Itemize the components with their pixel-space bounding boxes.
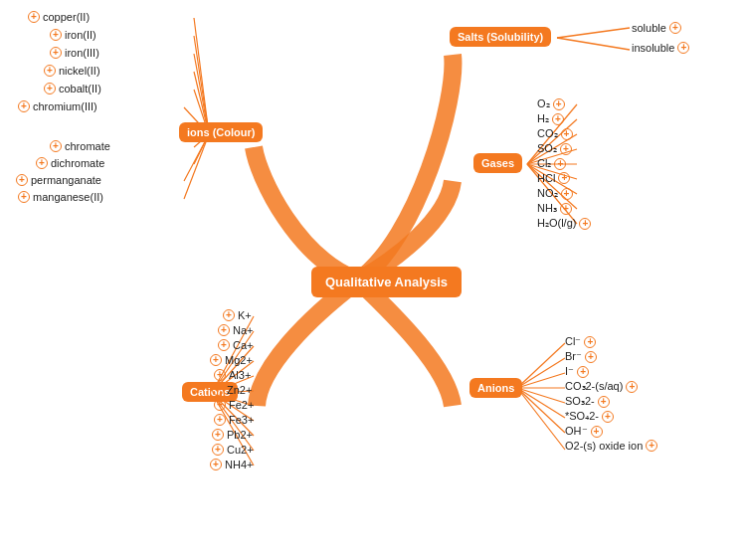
expand-icon[interactable]: + [558, 172, 570, 184]
leaf-label: permanganate [31, 174, 101, 186]
leaf-label: copper(II) [43, 11, 90, 23]
leaf-label: nickel(II) [59, 65, 100, 77]
leaf-label: SO₃2- [565, 395, 595, 408]
leaf-h2o: H₂O(l/g) + [537, 217, 591, 230]
leaf-label: iron(III) [65, 47, 99, 59]
expand-icon[interactable]: + [18, 191, 30, 203]
expand-icon[interactable]: + [585, 351, 597, 363]
expand-icon[interactable]: + [591, 426, 603, 438]
expand-icon[interactable]: + [560, 143, 572, 155]
expand-icon[interactable]: + [212, 444, 224, 456]
leaf-label: Br⁻ [565, 350, 582, 363]
expand-icon[interactable]: + [210, 459, 222, 470]
leaf-label: chromium(III) [33, 100, 97, 112]
leaf-fe2+: Fe2+ + [214, 399, 254, 411]
leaf-label: SO₂ [537, 142, 557, 155]
leaf-chromium3: chromium(III) + [18, 100, 97, 112]
expand-icon[interactable]: + [579, 218, 591, 230]
expand-icon[interactable]: + [16, 174, 28, 186]
expand-icon[interactable]: + [554, 158, 566, 170]
leaf-pb2+: Pb2+ + [212, 429, 253, 441]
leaf-label: Zn2+ [227, 384, 252, 396]
leaf-cl-: Cl⁻ + [565, 335, 596, 348]
svg-line-28 [184, 134, 209, 199]
expand-icon[interactable]: + [626, 381, 638, 393]
expand-icon[interactable]: + [50, 29, 62, 41]
leaf-label: Cl⁻ [565, 335, 581, 348]
expand-icon[interactable]: + [212, 429, 224, 441]
branch-anions[interactable]: Anions [469, 378, 522, 398]
leaf-co2: CO₂ + [537, 127, 573, 140]
expand-icon[interactable]: + [553, 98, 565, 110]
leaf-iron3: iron(III) + [50, 47, 99, 59]
leaf-dichromate: dichromate + [36, 157, 104, 169]
expand-icon[interactable]: + [50, 140, 62, 152]
expand-icon[interactable]: + [577, 366, 589, 378]
leaf-label: H₂ [537, 112, 549, 125]
leaf-soluble: soluble + [632, 22, 681, 34]
leaf-nh3: NH₃ + [537, 202, 572, 215]
leaf-hcl: HCl + [537, 172, 570, 184]
leaf-label: dichromate [51, 157, 104, 169]
expand-icon[interactable]: + [646, 440, 657, 452]
leaf-so42: *SO₄2- + [565, 410, 614, 423]
leaf-label: O₂ [537, 97, 550, 110]
leaf-label: Fe2+ [229, 399, 254, 411]
branch-ions-colour[interactable]: ions (Colour) [179, 122, 263, 142]
leaf-al3+: Al3+ + [214, 369, 251, 381]
expand-icon[interactable]: + [561, 128, 573, 140]
leaf-label: chromate [65, 140, 110, 152]
leaf-no2: NO₂ + [537, 187, 573, 200]
leaf-label: OH⁻ [565, 425, 588, 438]
expand-icon[interactable]: + [584, 336, 596, 348]
expand-icon[interactable]: + [561, 188, 573, 200]
expand-icon[interactable]: + [214, 369, 226, 381]
expand-icon[interactable]: + [218, 324, 230, 336]
leaf-o2s: O2-(s) oxide ion + [565, 440, 657, 452]
expand-icon[interactable]: + [602, 411, 614, 423]
expand-icon[interactable]: + [212, 384, 224, 396]
branch-salts[interactable]: Salts (Solubility) [450, 27, 551, 47]
expand-icon[interactable]: + [552, 113, 564, 125]
expand-icon[interactable]: + [560, 203, 572, 215]
leaf-so32: SO₃2- + [565, 395, 610, 408]
leaf-ca+: Ca+ + [218, 339, 254, 351]
leaf-k+: K+ + [223, 309, 252, 321]
expand-icon[interactable]: + [210, 354, 222, 366]
leaf-label: soluble [632, 22, 666, 34]
leaf-label: Pb2+ [227, 429, 253, 441]
expand-icon[interactable]: + [677, 42, 689, 54]
expand-icon[interactable]: + [223, 309, 235, 321]
leaf-label: Mg2+ [225, 354, 253, 366]
leaf-label: CO₃2-(s/aq) [565, 380, 623, 393]
leaf-chromate: chromate + [50, 140, 110, 152]
expand-icon[interactable]: + [36, 157, 48, 169]
expand-icon[interactable]: + [50, 47, 62, 59]
expand-icon[interactable]: + [218, 339, 230, 351]
expand-icon[interactable]: + [28, 11, 40, 23]
svg-line-18 [517, 388, 565, 450]
branch-gases[interactable]: Gases [473, 153, 522, 173]
expand-icon[interactable]: + [44, 83, 56, 94]
leaf-label: Cu2+ [227, 444, 254, 456]
leaf-label: NH4+ [225, 459, 253, 470]
expand-icon[interactable]: + [669, 22, 681, 34]
leaf-label: manganese(II) [33, 191, 103, 203]
leaf-fe3+: Fe3+ + [214, 414, 254, 426]
leaf-so2: SO₂ + [537, 142, 572, 155]
expand-icon[interactable]: + [18, 100, 30, 112]
expand-icon[interactable]: + [44, 65, 56, 77]
leaf-insoluble: insoluble + [632, 42, 689, 54]
leaf-label: I⁻ [565, 365, 574, 378]
expand-icon[interactable]: + [214, 399, 226, 411]
leaf-label: cobalt(II) [59, 83, 101, 94]
svg-line-12 [517, 358, 565, 388]
svg-line-11 [517, 343, 565, 388]
leaf-label: iron(II) [65, 29, 96, 41]
expand-icon[interactable]: + [598, 396, 610, 408]
leaf-label: K+ [238, 309, 252, 321]
leaf-cobalt2: cobalt(II) + [44, 83, 101, 94]
expand-icon[interactable]: + [214, 414, 226, 426]
leaf-label: Na+ [233, 324, 254, 336]
leaf-oh-: OH⁻ + [565, 425, 603, 438]
